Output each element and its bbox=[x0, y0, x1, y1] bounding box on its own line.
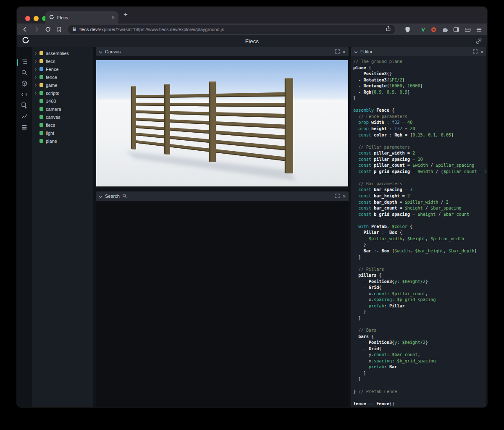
expand-arrow-icon[interactable]: › bbox=[35, 59, 39, 64]
search-button[interactable] bbox=[17, 68, 32, 79]
shield-icon bbox=[405, 26, 410, 33]
extension-v-button[interactable]: V bbox=[420, 26, 426, 33]
code-editor[interactable]: // The ground planeplane { - Position3{}… bbox=[351, 56, 486, 407]
collapse-chevron-icon[interactable] bbox=[354, 48, 358, 55]
expand-arrow-icon[interactable]: › bbox=[35, 51, 39, 56]
expand-arrow-icon[interactable]: › bbox=[35, 67, 39, 72]
tree-item-game[interactable]: ›game bbox=[32, 81, 93, 89]
expand-arrow-icon[interactable]: › bbox=[35, 83, 39, 88]
panel-expand-button[interactable] bbox=[335, 48, 340, 55]
panel-close-button[interactable]: × bbox=[342, 49, 346, 55]
url-host: flecs.dev bbox=[79, 27, 97, 32]
code-button[interactable] bbox=[17, 90, 32, 101]
tree-item-label: scripts bbox=[46, 91, 59, 96]
browser-toolbar: flecs.dev/explorer/?wasm=https://www.fle… bbox=[17, 24, 487, 35]
wallet-button[interactable] bbox=[463, 25, 472, 34]
code-line: - Grid{ bbox=[353, 346, 486, 352]
tab-close-icon[interactable]: × bbox=[111, 15, 115, 20]
code-line: const pillar_count = $width / $pillar_sp… bbox=[353, 163, 486, 169]
stats-icon bbox=[21, 113, 28, 121]
tree-item-label: assemblies bbox=[46, 51, 69, 56]
code-line: } // Prefab Fence bbox=[353, 389, 486, 395]
inspect-button[interactable] bbox=[17, 101, 32, 112]
canvas-3d-viewport[interactable] bbox=[96, 60, 348, 186]
stats-button[interactable] bbox=[17, 112, 32, 123]
extension-record-button[interactable] bbox=[429, 25, 438, 34]
queries-button[interactable] bbox=[17, 123, 32, 134]
code-line: // Pillars bbox=[353, 267, 486, 273]
entity-kind-icon bbox=[39, 139, 43, 143]
panel-expand-button[interactable] bbox=[335, 192, 340, 200]
entities-button[interactable] bbox=[17, 79, 32, 90]
code-line: // Bar parameters bbox=[353, 181, 486, 187]
entity-kind-icon bbox=[39, 123, 43, 127]
tree-item-1460[interactable]: 1460 bbox=[32, 97, 93, 105]
panel-title: Canvas bbox=[105, 49, 121, 54]
entity-kind-icon bbox=[39, 131, 43, 135]
entity-tree-panel: ›assemblies›flecs›Fence›fence›game›scrip… bbox=[32, 47, 93, 407]
entity-tree-button[interactable] bbox=[17, 57, 32, 68]
tree-item-flecs[interactable]: ›flecs bbox=[32, 57, 93, 65]
collapse-chevron-icon[interactable] bbox=[99, 48, 102, 55]
tree-item-scripts[interactable]: ›scripts bbox=[32, 89, 93, 97]
code-line: const p_grid_spacing = $width / ($pillar… bbox=[353, 169, 486, 175]
tree-item-Fence[interactable]: ›Fence bbox=[32, 65, 93, 73]
code-line: - Position3{y: $height/2} bbox=[353, 340, 486, 346]
lock-icon bbox=[72, 26, 76, 33]
share-button[interactable] bbox=[386, 26, 391, 33]
code-line: // Bars bbox=[353, 328, 486, 334]
entity-tree-list: ›assemblies›flecs›Fence›fence›game›scrip… bbox=[32, 49, 93, 145]
expand-arrow-icon[interactable]: › bbox=[35, 91, 39, 96]
panel-close-button[interactable]: × bbox=[480, 49, 483, 55]
entity-kind-icon bbox=[39, 115, 43, 119]
reload-button[interactable] bbox=[44, 25, 52, 34]
editor-panel-header: Editor × bbox=[351, 47, 486, 56]
inspect-icon bbox=[21, 102, 28, 110]
panel-close-button[interactable]: × bbox=[342, 194, 346, 199]
entity-kind-icon bbox=[39, 99, 43, 103]
bookmarks-button[interactable] bbox=[55, 25, 63, 34]
main-area: ›assemblies›flecs›Fence›fence›game›scrip… bbox=[17, 47, 487, 407]
tree-item-assemblies[interactable]: ›assemblies bbox=[32, 49, 93, 57]
tree-item-flecs[interactable]: flecs bbox=[32, 121, 93, 129]
minimize-window-button[interactable] bbox=[34, 16, 39, 21]
close-window-button[interactable] bbox=[25, 16, 30, 21]
code-line: // Fence parameters bbox=[353, 114, 486, 120]
tree-item-fence[interactable]: ›fence bbox=[32, 73, 93, 81]
screen: Flecs × + flecs.dev/explor bbox=[0, 0, 504, 430]
forward-button[interactable] bbox=[32, 25, 41, 34]
expand-arrow-icon[interactable]: › bbox=[35, 75, 39, 80]
collapse-chevron-icon[interactable] bbox=[99, 192, 102, 200]
brave-shield-button[interactable] bbox=[403, 25, 412, 34]
queries-icon bbox=[21, 124, 28, 132]
code-line: x.spacing: $p_grid_spacing bbox=[353, 297, 486, 303]
menu-button[interactable] bbox=[475, 25, 483, 34]
sidebar-toggle-button[interactable] bbox=[452, 25, 460, 34]
code-line: bars { bbox=[353, 334, 486, 340]
code-line: } bbox=[353, 315, 486, 322]
extensions-button[interactable] bbox=[441, 25, 449, 34]
code-line: - Grid{ bbox=[353, 285, 486, 291]
tree-item-plane[interactable]: plane bbox=[32, 137, 93, 145]
code-line bbox=[353, 395, 486, 401]
code-line: const b_grid_spacing = $height / $bar_co… bbox=[353, 212, 486, 218]
fence-3d-render bbox=[96, 60, 348, 186]
share-link-button[interactable] bbox=[475, 38, 482, 46]
entity-tree-icon bbox=[21, 58, 28, 67]
browser-tab[interactable]: Flecs × bbox=[45, 11, 118, 24]
address-bar[interactable]: flecs.dev/explorer/?wasm=https://www.fle… bbox=[68, 25, 395, 34]
code-line: const bar_height = 2 bbox=[353, 193, 486, 199]
tree-item-label: canvas bbox=[46, 115, 60, 120]
code-line: y.count: $bar_count, bbox=[353, 352, 486, 358]
panel-expand-button[interactable] bbox=[473, 48, 478, 55]
code-line: } bbox=[353, 376, 486, 383]
tree-item-label: Fence bbox=[46, 67, 59, 72]
tree-item-label: game bbox=[46, 83, 58, 88]
tree-item-camera[interactable]: camera bbox=[32, 105, 93, 113]
tree-item-light[interactable]: light bbox=[32, 129, 93, 137]
back-button[interactable] bbox=[21, 25, 29, 34]
new-tab-button[interactable]: + bbox=[123, 10, 128, 19]
tree-item-canvas[interactable]: canvas bbox=[32, 113, 93, 121]
code-line: prefab: Bar bbox=[353, 364, 486, 370]
editor-panel: Editor × // The ground planeplane { - Po… bbox=[351, 47, 486, 407]
